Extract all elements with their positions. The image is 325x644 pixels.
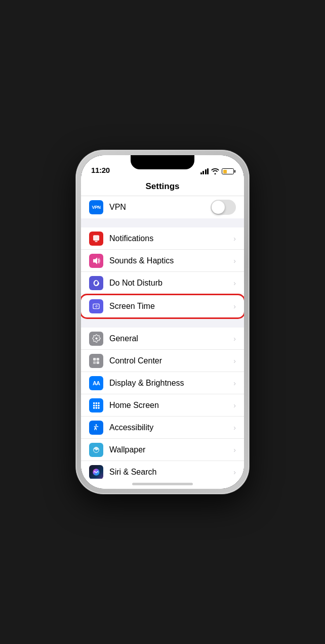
controlcenter-label: Control Center	[109, 356, 233, 365]
vpn-icon: VPN	[89, 200, 103, 214]
nav-header: Settings	[81, 177, 244, 196]
chevron-icon: ›	[233, 357, 236, 365]
svg-rect-15	[96, 404, 97, 406]
siri-label: Siri & Search	[109, 468, 233, 477]
svg-text:⏱: ⏱	[95, 305, 98, 308]
status-icons	[200, 168, 234, 174]
toggle-knob	[212, 201, 225, 214]
home-bar	[132, 483, 193, 485]
accessibility-icon	[89, 421, 103, 435]
svg-rect-7	[93, 358, 96, 360]
page-title: Settings	[89, 181, 236, 192]
chevron-icon: ›	[233, 468, 236, 476]
phone-inner: 11:20	[81, 155, 244, 489]
settings-row-screentime[interactable]: ⏱ Screen Time ›	[81, 295, 244, 317]
svg-rect-17	[93, 407, 95, 408]
status-bar: 11:20	[81, 155, 244, 177]
general-icon	[89, 332, 103, 346]
vpn-group: VPN VPN	[81, 196, 244, 218]
settings-row-notifications[interactable]: Notifications ›	[81, 227, 244, 250]
settings-row-wallpaper[interactable]: Wallpaper ›	[81, 439, 244, 461]
svg-rect-16	[98, 404, 99, 406]
settings-row-siri[interactable]: Siri & Search ›	[81, 461, 244, 479]
svg-rect-12	[96, 402, 97, 404]
wifi-icon	[211, 168, 219, 174]
scroll-content[interactable]: VPN VPN	[81, 196, 244, 479]
notch	[131, 155, 194, 169]
chevron-icon: ›	[233, 302, 236, 310]
chevron-icon: ›	[233, 424, 236, 432]
settings-row-dnd[interactable]: Do Not Disturb ›	[81, 272, 244, 294]
vpn-toggle[interactable]	[211, 200, 236, 215]
settings-row-accessibility[interactable]: Accessibility ›	[81, 417, 244, 439]
settings-row-display[interactable]: AA Display & Brightness ›	[81, 372, 244, 394]
vpn-label: VPN	[109, 203, 211, 212]
svg-point-6	[95, 337, 97, 339]
notifications-chevron: ›	[233, 235, 236, 243]
chevron-icon: ›	[233, 379, 236, 387]
separator-1	[81, 218, 244, 227]
wallpaper-icon	[89, 443, 103, 457]
settings-row-vpn[interactable]: VPN VPN	[81, 196, 244, 218]
svg-rect-13	[98, 402, 99, 404]
accessibility-label: Accessibility	[109, 423, 233, 432]
svg-rect-1	[95, 241, 97, 242]
vpn-toggle-container	[211, 200, 236, 215]
svg-rect-11	[93, 402, 95, 404]
signal-icon	[200, 168, 209, 174]
display-label: Display & Brightness	[109, 379, 233, 388]
svg-rect-14	[93, 404, 95, 406]
general-label: General	[109, 334, 233, 343]
svg-rect-0	[93, 235, 99, 241]
dnd-icon	[89, 276, 103, 290]
controlcenter-icon	[89, 354, 103, 368]
svg-point-22	[96, 449, 97, 450]
chevron-icon: ›	[233, 335, 236, 343]
chevron-icon: ›	[233, 235, 236, 243]
svg-rect-19	[98, 407, 99, 408]
svg-rect-9	[93, 361, 96, 363]
homescreen-icon	[89, 398, 103, 412]
settings-row-controlcenter[interactable]: Control Center ›	[81, 350, 244, 372]
svg-marker-2	[93, 257, 97, 264]
notifications-label: Notifications	[109, 234, 233, 243]
separator-2	[81, 318, 244, 328]
svg-rect-8	[97, 358, 99, 360]
screentime-icon: ⏱	[89, 299, 103, 313]
battery-fill	[223, 170, 227, 173]
sounds-label: Sounds & Haptics	[109, 256, 233, 265]
display-icon: AA	[89, 376, 103, 390]
svg-rect-10	[97, 361, 99, 363]
settings-row-general[interactable]: General ›	[81, 328, 244, 350]
dnd-label: Do Not Disturb	[109, 279, 233, 288]
battery-icon	[222, 168, 234, 174]
wallpaper-label: Wallpaper	[109, 445, 233, 454]
screentime-label: Screen Time	[109, 302, 233, 311]
status-time: 11:20	[91, 166, 110, 174]
chevron-icon: ›	[233, 446, 236, 454]
settings-row-homescreen[interactable]: Home Screen ›	[81, 394, 244, 417]
chevron-icon: ›	[233, 279, 236, 287]
siri-icon	[89, 465, 103, 479]
general-group: General ›	[81, 328, 244, 479]
homescreen-label: Home Screen	[109, 401, 233, 410]
screen: 11:20	[81, 155, 244, 489]
notifications-icon	[89, 232, 103, 246]
notifications-group: Notifications › So	[81, 227, 244, 317]
home-indicator	[81, 479, 244, 489]
chevron-icon: ›	[233, 257, 236, 265]
phone-frame: 11:20	[76, 150, 249, 494]
chevron-icon: ›	[233, 401, 236, 409]
svg-rect-18	[96, 407, 97, 408]
svg-point-20	[96, 424, 97, 426]
sounds-icon	[89, 254, 103, 268]
settings-row-sounds[interactable]: Sounds & Haptics ›	[81, 250, 244, 272]
